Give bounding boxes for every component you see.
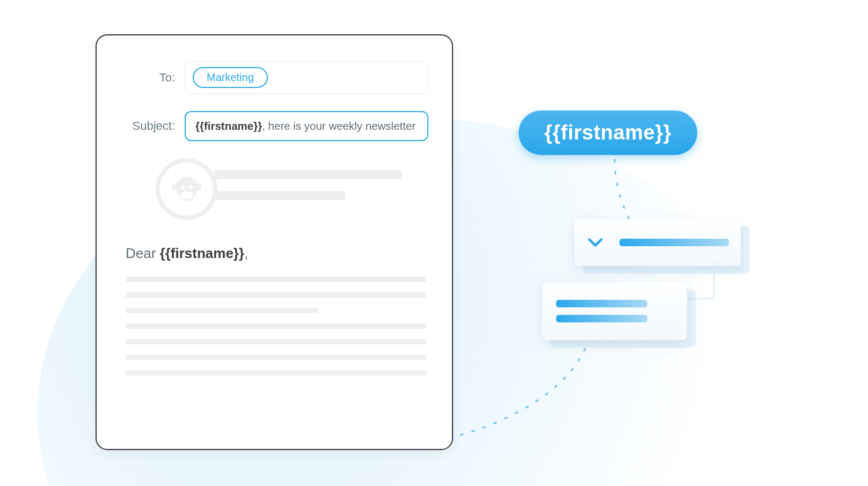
subject-label: Subject:: [120, 119, 185, 133]
avatar: [156, 158, 217, 220]
svg-point-1: [181, 186, 184, 188]
monkey-icon: [170, 173, 203, 206]
to-label: To:: [120, 71, 185, 85]
salutation-suffix: ,: [244, 245, 248, 261]
svg-point-2: [189, 186, 192, 188]
subject-merge-token: {{firstname}}: [195, 120, 262, 132]
to-field[interactable]: Marketing: [185, 61, 428, 94]
merge-tag-pill[interactable]: {{firstname}}: [519, 111, 697, 155]
picker-option-bar: [619, 239, 729, 246]
salutation-prefix: Dear: [126, 245, 160, 261]
picker-connector-line: [684, 262, 714, 299]
subject-field[interactable]: {{firstname}}, here is your weekly newsl…: [185, 111, 428, 141]
to-row: To: Marketing: [120, 61, 428, 94]
subject-row: Subject: {{firstname}}, here is your wee…: [120, 111, 428, 141]
email-compose-card: To: Marketing Subject: {{firstname}}, he…: [96, 34, 453, 450]
picker-list-bar: [556, 315, 647, 322]
picker-list-bar: [556, 300, 647, 307]
salutation-merge-token: {{firstname}}: [160, 245, 245, 261]
header-placeholder-lines: [214, 170, 428, 212]
salutation-line: Dear {{firstname}},: [120, 245, 428, 262]
merge-picker-list[interactable]: [542, 282, 687, 340]
email-header-preview: [120, 158, 428, 227]
body-placeholder-lines: [120, 277, 428, 375]
merge-picker-dropdown[interactable]: [574, 219, 741, 266]
chevron-down-icon: [586, 233, 604, 252]
merge-picker-group: [542, 219, 741, 340]
subject-text: , here is your weekly newsletter: [262, 120, 415, 132]
recipient-chip[interactable]: Marketing: [193, 67, 268, 88]
